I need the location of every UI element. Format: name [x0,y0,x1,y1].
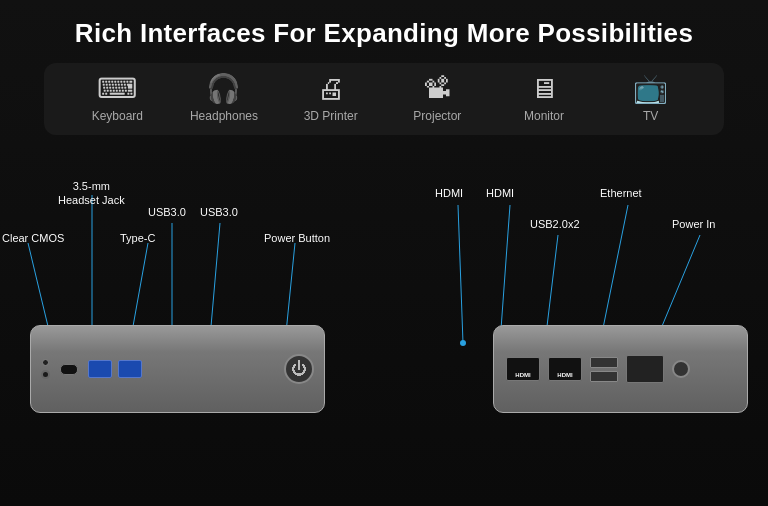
icon-item-projector: 📽 Projector [384,75,491,123]
page-wrapper: Rich Interfaces For Expanding More Possi… [0,0,768,506]
icon-item-monitor: 🖥 Monitor [491,75,598,123]
tv-icon: 📺 [633,75,668,103]
3dprinter-label: 3D Printer [304,109,358,123]
tv-label: TV [643,109,658,123]
label-ethernet: Ethernet [600,187,642,199]
label-power-in: Power In [672,218,715,230]
label-power-button: Power Button [264,231,330,245]
back-device: HDMI HDMI [493,325,748,413]
page-title: Rich Interfaces For Expanding More Possi… [0,0,768,49]
monitor-icon: 🖥 [530,75,558,103]
headphones-label: Headphones [190,109,258,123]
label-type-c: Type-C [120,231,155,245]
projector-label: Projector [413,109,461,123]
svg-point-13 [460,340,466,346]
icon-item-headphones: 🎧 Headphones [171,75,278,123]
label-usb2x2: USB2.0x2 [530,218,580,230]
label-headset-jack: 3.5-mmHeadset Jack [58,179,125,208]
icon-item-3dprinter: 🖨 3D Printer [277,75,384,123]
svg-line-14 [500,205,510,343]
label-hdmi-2: HDMI [486,187,514,199]
svg-line-18 [600,205,628,343]
monitor-label: Monitor [524,109,564,123]
keyboard-icon: ⌨ [97,75,137,103]
label-clear-cmos: Clear CMOS [2,231,64,245]
svg-line-12 [458,205,463,343]
headphones-icon: 🎧 [206,75,241,103]
label-usb30-right: USB3.0 [200,205,238,219]
keyboard-label: Keyboard [92,109,143,123]
icon-item-tv: 📺 TV [597,75,704,123]
label-hdmi-1: HDMI [435,187,463,199]
svg-line-8 [210,223,220,338]
3dprinter-icon: 🖨 [317,75,345,103]
label-usb30-left: USB3.0 [148,205,186,219]
front-device: ⏻ [30,325,325,413]
icon-item-keyboard: ⌨ Keyboard [64,75,171,123]
icons-bar: ⌨ Keyboard 🎧 Headphones 🖨 3D Printer 📽 P… [44,63,724,135]
projector-icon: 📽 [423,75,451,103]
